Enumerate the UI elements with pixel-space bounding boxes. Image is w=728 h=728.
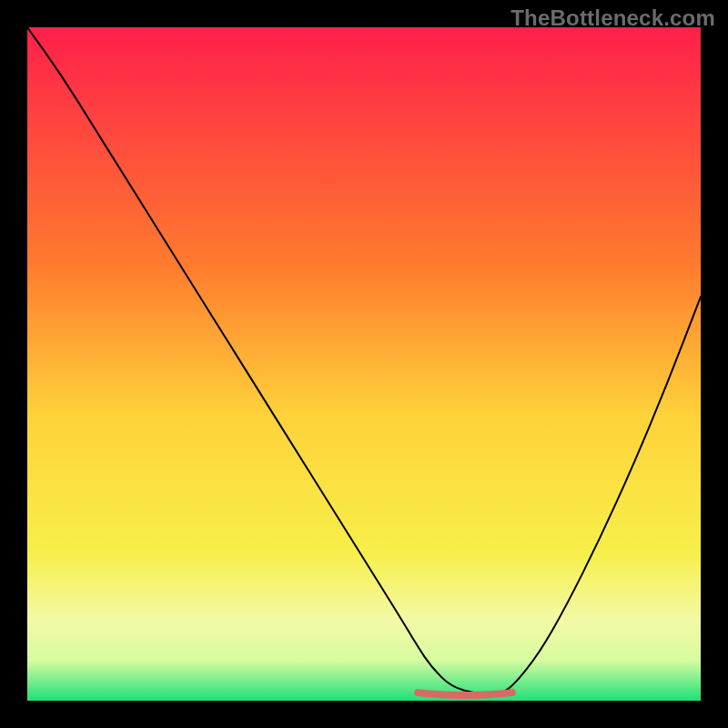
chart-container: TheBottleneck.com — [0, 0, 728, 728]
gradient-background — [27, 27, 701, 701]
watermark: TheBottleneck.com — [511, 5, 715, 31]
series-optimal-zone — [418, 693, 512, 695]
chart-svg — [27, 27, 701, 701]
plot-area — [27, 27, 701, 701]
